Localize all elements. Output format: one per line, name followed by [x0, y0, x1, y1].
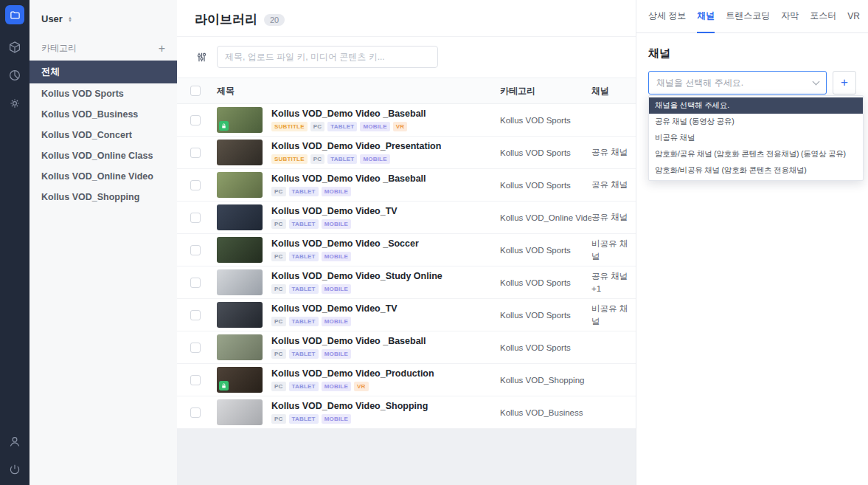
table-header: 제목 카테고리 채널 [177, 78, 636, 104]
table-row[interactable]: Kollus VOD_Demo Video_ProductionPCTABLET… [177, 364, 636, 396]
row-checkbox[interactable] [190, 115, 201, 125]
library-icon[interactable] [5, 5, 24, 24]
video-category: Kollus VOD Sports [500, 148, 591, 157]
sidebar-item-sports[interactable]: Kollus VOD Sports [29, 83, 177, 104]
platform-badge: PC [271, 414, 286, 424]
badge-list: PCTABLETMOBILE [271, 219, 397, 229]
channel-select-value: 채널을 선택해 주세요. [656, 77, 743, 89]
video-thumbnail [217, 399, 263, 425]
badge-list: SUBTITLEPCTABLETMOBILE [271, 154, 441, 164]
tab-details[interactable]: 상세 정보 [648, 0, 686, 33]
stats-icon[interactable] [8, 69, 21, 82]
tab-transcoding[interactable]: 트랜스코딩 [726, 0, 770, 33]
sidebar-item-concert[interactable]: Kollus VOD_Concert [29, 125, 177, 145]
user-selector[interactable]: User ▲▼ [29, 10, 177, 39]
add-category-button[interactable]: + [159, 44, 165, 54]
video-title: Kollus VOD_Demo Video_TV [271, 206, 397, 216]
table-row[interactable]: Kollus VOD_Demo Video _BaseballSUBTITLEP… [177, 104, 636, 137]
platform-badge: PC [271, 317, 286, 326]
content-background [177, 429, 636, 485]
power-icon[interactable] [8, 463, 21, 476]
sidebar-item-shopping[interactable]: Kollus VOD_Shopping [29, 187, 177, 207]
tab-poster[interactable]: 포스터 [810, 0, 836, 33]
video-thumbnail [217, 302, 263, 328]
platform-badge: PC [310, 122, 325, 131]
cube-icon[interactable] [8, 41, 21, 54]
platform-badge: MOBILE [322, 219, 351, 229]
column-header-category: 카테고리 [500, 85, 591, 97]
dropdown-option[interactable]: 공유 채널 (동영상 공유) [649, 114, 863, 130]
badge-list: PCTABLETMOBILE [271, 252, 419, 261]
tab-channel[interactable]: 채널 [697, 0, 715, 33]
sort-carets-icon: ▲▼ [68, 16, 72, 22]
icon-rail [0, 0, 29, 485]
badge-list: PCTABLETMOBILE [271, 414, 428, 424]
sidebar-item-business[interactable]: Kollus VOD_Business [29, 104, 177, 125]
filter-sliders-icon[interactable] [195, 50, 208, 63]
app-window: User ▲▼ 카테고리 + 전체 Kollus VOD Sports Koll… [0, 0, 868, 485]
row-checkbox[interactable] [190, 148, 201, 158]
item-count-badge: 20 [264, 14, 285, 26]
select-all-checkbox[interactable] [190, 86, 201, 96]
add-channel-button[interactable]: + [833, 71, 856, 94]
video-thumbnail [217, 140, 263, 165]
video-thumbnail [217, 269, 263, 295]
video-thumbnail [217, 204, 263, 230]
video-channel: 공유 채널 [591, 146, 636, 159]
dropdown-option[interactable]: 채널을 선택해 주세요. [649, 97, 863, 114]
tab-subtitle[interactable]: 자막 [781, 0, 799, 33]
row-checkbox[interactable] [190, 245, 201, 255]
table-row[interactable]: Kollus VOD_Demo Video_PresentationSUBTIT… [177, 137, 636, 169]
table-row[interactable]: Kollus VOD_Demo Video_TVPCTABLETMOBILE K… [177, 299, 636, 331]
table-row[interactable]: Kollus VOD_Demo Video _BaseballPCTABLETM… [177, 331, 636, 364]
platform-badge: TABLET [289, 349, 319, 359]
page-title: 라이브러리 [195, 11, 257, 28]
row-checkbox[interactable] [190, 343, 201, 353]
user-icon[interactable] [8, 435, 21, 448]
row-checkbox[interactable] [190, 213, 201, 223]
table-row[interactable]: Kollus VOD_Demo Video _SoccerPCTABLETMOB… [177, 234, 636, 266]
column-header-channel: 채널 [591, 85, 636, 97]
dropdown-option[interactable]: 비공유 채널 [649, 130, 863, 146]
sidebar: User ▲▼ 카테고리 + 전체 Kollus VOD Sports Koll… [29, 0, 177, 485]
video-title: Kollus VOD_Demo Video _Baseball [271, 109, 426, 119]
platform-badge: TABLET [289, 252, 319, 261]
sidebar-item-online-class[interactable]: Kollus VOD_Online Class [29, 145, 177, 166]
platform-badge: TABLET [327, 154, 357, 164]
video-category: Kollus VOD Sports [500, 343, 591, 352]
channel-dropdown: 채널을 선택해 주세요. 공유 채널 (동영상 공유) 비공유 채널 암호화/공… [648, 95, 864, 181]
platform-badge: PC [271, 219, 286, 229]
sidebar-item-all[interactable]: 전체 [29, 61, 177, 83]
video-channel: 공유 채널 [591, 211, 636, 224]
video-thumbnail [217, 237, 263, 263]
table-row[interactable]: Kollus VOD_Demo Video_Study OnlinePCTABL… [177, 266, 636, 299]
row-checkbox[interactable] [190, 180, 201, 190]
row-checkbox[interactable] [190, 278, 201, 288]
badge-list: PCTABLETMOBILE [271, 187, 426, 196]
video-thumbnail [217, 107, 263, 133]
tab-vr[interactable]: VR [847, 0, 860, 33]
badge-list: PCTABLETMOBILE [271, 317, 397, 326]
sidebar-item-online-video[interactable]: Kollus VOD_Online Video [29, 166, 177, 187]
settings-icon[interactable] [8, 97, 21, 110]
platform-badge: MOBILE [360, 154, 389, 164]
badge-list: PCTABLETMOBILE [271, 349, 426, 359]
chevron-down-icon [813, 78, 820, 85]
badge-list: SUBTITLEPCTABLETMOBILEVR [271, 122, 426, 131]
video-channel: 비공유 채널 [591, 303, 636, 327]
video-category: Kollus VOD_Business [500, 408, 591, 417]
channel-section-title: 채널 [648, 47, 856, 61]
platform-badge: TABLET [289, 219, 319, 229]
search-input[interactable] [217, 46, 438, 68]
row-checkbox[interactable] [190, 310, 201, 320]
table-row[interactable]: Kollus VOD_Demo Video_TVPCTABLETMOBILE K… [177, 202, 636, 234]
table-row[interactable]: Kollus VOD_Demo Video_ShoppingPCTABLETMO… [177, 396, 636, 429]
table-row[interactable]: Kollus VOD_Demo Video _BaseballPCTABLETM… [177, 169, 636, 202]
dropdown-option[interactable]: 암호화/비공유 채널 (암호화 콘텐츠 전용채널) [649, 162, 863, 179]
dropdown-option[interactable]: 암호화/공유 채널 (암호화 콘텐츠 전용채널) (동영상 공유) [649, 146, 863, 162]
platform-badge: MOBILE [322, 187, 351, 196]
channel-select[interactable]: 채널을 선택해 주세요. [648, 71, 827, 94]
row-checkbox[interactable] [190, 375, 201, 385]
row-checkbox[interactable] [190, 407, 201, 418]
platform-badge: MOBILE [322, 317, 351, 326]
